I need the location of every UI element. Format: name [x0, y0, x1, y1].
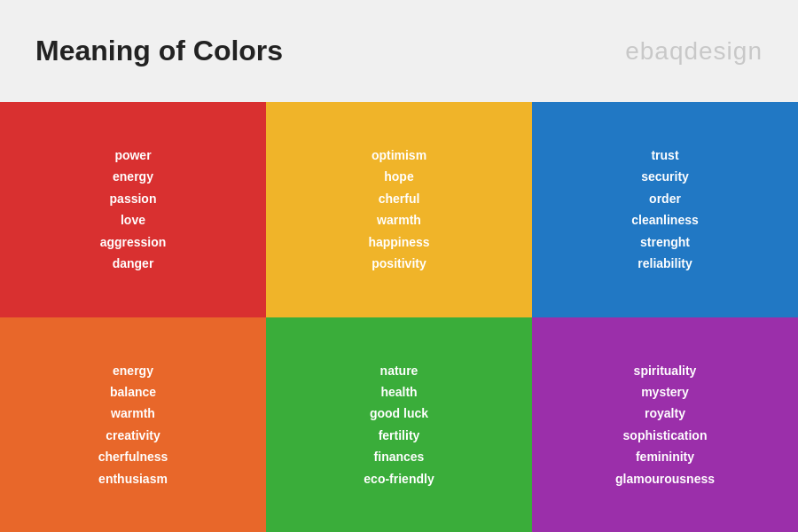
- word-balance: balance: [110, 382, 156, 402]
- word-optimism: optimism: [372, 145, 426, 165]
- word-eco-friendly: eco-friendly: [364, 469, 434, 489]
- word-order: order: [649, 189, 681, 208]
- word-health: health: [380, 382, 417, 402]
- brand-logo: ebaqdesign: [625, 37, 763, 66]
- word-energy: energy: [113, 361, 153, 380]
- cell-orange: energybalancewarmthcreativitycherfulness…: [0, 317, 266, 533]
- word-finances: finances: [374, 447, 425, 466]
- word-cherful: cherful: [379, 189, 420, 208]
- word-positivity: positivity: [372, 254, 426, 273]
- cell-yellow: optimismhopecherfulwarmthhappinesspositi…: [266, 102, 532, 317]
- word-nature: nature: [380, 361, 419, 380]
- word-sophistication: sophistication: [623, 426, 708, 445]
- cell-red: powerenergypassionloveaggressiondanger: [0, 102, 266, 317]
- word-love: love: [121, 210, 145, 230]
- word-hope: hope: [384, 167, 413, 186]
- cell-green: naturehealthgood luckfertilityfinancesec…: [266, 317, 532, 533]
- word-trust: trust: [651, 145, 678, 165]
- word-fertility: fertility: [379, 426, 420, 445]
- word-femininity: femininity: [636, 447, 694, 466]
- word-good-luck: good luck: [370, 403, 428, 423]
- word-glamourousness: glamourousness: [615, 469, 715, 489]
- word-passion: passion: [110, 189, 157, 208]
- word-enthusiasm: enthusiasm: [98, 469, 168, 489]
- color-grid: powerenergypassionloveaggressiondangerop…: [0, 102, 798, 532]
- word-royalty: royalty: [645, 403, 685, 423]
- word-mystery: mystery: [641, 382, 689, 402]
- header: Meaning of Colors ebaqdesign: [0, 0, 798, 102]
- word-happiness: happiness: [368, 232, 429, 252]
- word-aggression: aggression: [100, 232, 167, 252]
- word-security: security: [641, 167, 689, 186]
- word-reliability: reliability: [638, 254, 692, 273]
- cell-blue: trustsecurityordercleanlinessstrenghtrel…: [532, 102, 798, 317]
- word-spirituality: spirituality: [634, 361, 697, 380]
- word-cleanliness: cleanliness: [631, 210, 699, 230]
- cell-purple: spiritualitymysteryroyaltysophistication…: [532, 317, 798, 533]
- word-warmth: warmth: [377, 210, 421, 230]
- word-power: power: [114, 145, 151, 165]
- word-strenght: strenght: [640, 232, 690, 252]
- word-cherfulness: cherfulness: [98, 447, 168, 466]
- word-energy: energy: [113, 167, 153, 186]
- word-creativity: creativity: [106, 426, 160, 445]
- word-warmth: warmth: [111, 403, 155, 423]
- page-title: Meaning of Colors: [35, 35, 283, 67]
- word-danger: danger: [113, 254, 154, 273]
